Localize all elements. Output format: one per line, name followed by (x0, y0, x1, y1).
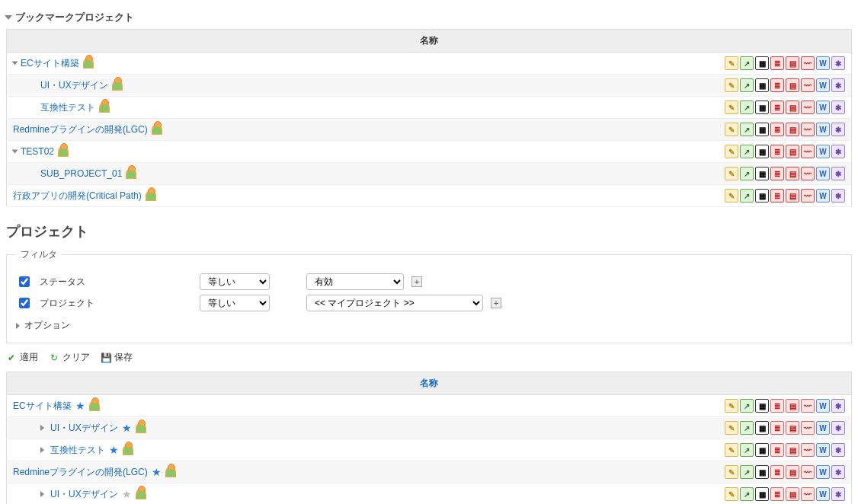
table-icon[interactable]: ▤ (786, 145, 799, 158)
star-icon[interactable]: ★ (152, 466, 162, 478)
apply-button[interactable]: ✔ 適用 (6, 351, 38, 364)
filter-project-checkbox[interactable] (19, 298, 30, 308)
activity-icon[interactable]: ↗ (740, 421, 754, 435)
list-icon[interactable]: ≣ (770, 487, 784, 501)
chart-icon[interactable]: 〰 (801, 465, 815, 479)
wiki-icon[interactable]: W (816, 465, 830, 479)
chart-icon[interactable]: 〰 (801, 487, 815, 501)
chart-icon[interactable]: 〰 (801, 167, 815, 180)
filter-status-op[interactable]: 等しい (200, 273, 270, 290)
edit-icon[interactable]: ✎ (725, 145, 738, 158)
project-link[interactable]: 互換性テスト (40, 101, 95, 114)
star-icon[interactable]: ★ (75, 400, 85, 412)
calendar-icon[interactable]: ▦ (755, 443, 769, 457)
options-toggle[interactable]: オプション (16, 316, 842, 335)
settings-icon[interactable]: ✱ (831, 56, 845, 70)
list-icon[interactable]: ≣ (770, 421, 784, 435)
save-button[interactable]: 💾 保存 (101, 351, 133, 364)
calendar-icon[interactable]: ▦ (755, 421, 769, 435)
edit-icon[interactable]: ✎ (725, 167, 738, 180)
calendar-icon[interactable]: ▦ (755, 399, 769, 413)
project-link[interactable]: UI・UXデザイン (50, 488, 118, 501)
table-icon[interactable]: ▤ (786, 189, 799, 203)
wiki-icon[interactable]: W (816, 399, 830, 413)
chart-icon[interactable]: 〰 (801, 100, 815, 114)
edit-icon[interactable]: ✎ (725, 421, 738, 435)
edit-icon[interactable]: ✎ (725, 189, 738, 203)
calendar-icon[interactable]: ▦ (755, 145, 769, 158)
settings-icon[interactable]: ✱ (831, 123, 845, 136)
table-icon[interactable]: ▤ (786, 421, 799, 435)
project-link[interactable]: TEST02 (21, 146, 54, 157)
settings-icon[interactable]: ✱ (831, 167, 845, 180)
calendar-icon[interactable]: ▦ (755, 78, 769, 92)
edit-icon[interactable]: ✎ (725, 123, 738, 136)
settings-icon[interactable]: ✱ (831, 100, 845, 114)
clear-button[interactable]: ↻ クリア (49, 351, 90, 364)
wiki-icon[interactable]: W (816, 56, 830, 70)
activity-icon[interactable]: ↗ (740, 123, 754, 136)
filter-status-value[interactable]: 有効 (306, 273, 404, 290)
settings-icon[interactable]: ✱ (831, 145, 845, 158)
wiki-icon[interactable]: W (816, 78, 830, 92)
edit-icon[interactable]: ✎ (725, 56, 738, 70)
edit-icon[interactable]: ✎ (725, 443, 738, 457)
list-icon[interactable]: ≣ (770, 145, 784, 158)
settings-icon[interactable]: ✱ (831, 443, 845, 457)
wiki-icon[interactable]: W (816, 145, 830, 158)
bookmark-section-header[interactable]: ブックマークプロジェクト (6, 11, 852, 24)
activity-icon[interactable]: ↗ (740, 399, 754, 413)
edit-icon[interactable]: ✎ (725, 487, 738, 501)
chart-icon[interactable]: 〰 (801, 399, 815, 413)
list-icon[interactable]: ≣ (770, 465, 784, 479)
wiki-icon[interactable]: W (816, 167, 830, 180)
wiki-icon[interactable]: W (816, 100, 830, 114)
calendar-icon[interactable]: ▦ (755, 100, 769, 114)
list-icon[interactable]: ≣ (770, 78, 784, 92)
edit-icon[interactable]: ✎ (725, 100, 738, 114)
list-icon[interactable]: ≣ (770, 443, 784, 457)
activity-icon[interactable]: ↗ (740, 145, 754, 158)
wiki-icon[interactable]: W (816, 487, 830, 501)
settings-icon[interactable]: ✱ (831, 78, 845, 92)
table-icon[interactable]: ▤ (786, 123, 799, 136)
activity-icon[interactable]: ↗ (740, 56, 754, 70)
star-icon[interactable]: ★ (109, 444, 119, 456)
project-link[interactable]: ECサイト構築 (21, 57, 79, 70)
expand-icon[interactable] (12, 150, 18, 154)
list-icon[interactable]: ≣ (770, 123, 784, 136)
table-icon[interactable]: ▤ (786, 465, 799, 479)
chart-icon[interactable]: 〰 (801, 56, 815, 70)
list-icon[interactable]: ≣ (770, 189, 784, 203)
activity-icon[interactable]: ↗ (740, 167, 754, 180)
list-icon[interactable]: ≣ (770, 399, 784, 413)
chart-icon[interactable]: 〰 (801, 443, 815, 457)
star-icon[interactable]: ★ (122, 422, 132, 434)
activity-icon[interactable]: ↗ (740, 189, 754, 203)
table-icon[interactable]: ▤ (786, 399, 799, 413)
calendar-icon[interactable]: ▦ (755, 487, 769, 501)
expand-icon[interactable] (40, 425, 44, 431)
activity-icon[interactable]: ↗ (740, 100, 754, 114)
project-link[interactable]: Redmineプラグインの開発(LGC) (13, 466, 148, 479)
chart-icon[interactable]: 〰 (801, 145, 815, 158)
chart-icon[interactable]: 〰 (801, 123, 815, 136)
expand-icon[interactable] (12, 62, 18, 65)
calendar-icon[interactable]: ▦ (755, 56, 769, 70)
filter-project-add[interactable]: + (491, 298, 501, 308)
table-icon[interactable]: ▤ (786, 100, 799, 114)
activity-icon[interactable]: ↗ (740, 487, 754, 501)
filter-project-op[interactable]: 等しい (200, 295, 270, 311)
list-icon[interactable]: ≣ (770, 167, 784, 180)
table-icon[interactable]: ▤ (786, 167, 799, 180)
calendar-icon[interactable]: ▦ (755, 465, 769, 479)
filter-project-value[interactable]: << マイプロジェクト >> (306, 295, 483, 311)
project-link[interactable]: Redmineプラグインの開発(LGC) (13, 123, 148, 136)
edit-icon[interactable]: ✎ (725, 465, 738, 479)
edit-icon[interactable]: ✎ (725, 78, 738, 92)
filter-status-add[interactable]: + (411, 276, 422, 287)
project-link[interactable]: 行政アプリの開発(Critical Path) (13, 190, 142, 203)
project-link[interactable]: SUB_PROJECT_01 (40, 168, 122, 179)
settings-icon[interactable]: ✱ (831, 189, 845, 203)
chart-icon[interactable]: 〰 (801, 421, 815, 435)
